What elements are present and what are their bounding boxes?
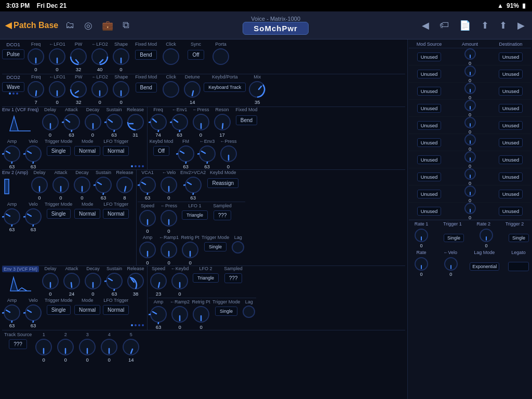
vcf-env1-knob[interactable]	[170, 112, 190, 132]
lfo2-keybd-knob[interactable]	[170, 271, 190, 291]
env3-velo-knob[interactable]	[23, 303, 43, 323]
rp-source-4[interactable]: Unused	[411, 122, 447, 128]
rp-amount-knob-9[interactable]	[463, 202, 477, 215]
rp-amount-knob-5[interactable]	[463, 133, 477, 147]
dco2-shape-knob[interactable]	[111, 79, 131, 99]
vca-vca1-knob[interactable]	[138, 175, 157, 195]
env3-release-knob[interactable]	[126, 271, 145, 291]
dco1-lfo1-knob[interactable]	[47, 47, 67, 66]
rp-dest-7[interactable]: Unused	[493, 174, 529, 180]
lfo2-sampled-value[interactable]: ???	[224, 273, 243, 283]
env2-lfotrigger-value[interactable]: Normal	[103, 209, 129, 219]
env3-amp-knob[interactable]	[2, 303, 22, 323]
patch-name[interactable]: SoMchPwr	[243, 22, 309, 35]
vca-keybdmode-value[interactable]: Reassign	[207, 178, 238, 188]
vcf-press2-knob[interactable]	[219, 144, 238, 164]
env1-triggermode-value[interactable]: Single	[47, 146, 71, 156]
rp-dest-0[interactable]: Unused	[493, 54, 529, 60]
env1-sustain-knob[interactable]	[104, 112, 124, 132]
rp-trigger1-value[interactable]: Single	[444, 234, 464, 242]
env3-lfotrigger-value[interactable]: Normal	[103, 305, 129, 315]
back-button[interactable]: ◀ Patch Base	[5, 20, 58, 30]
briefcase-icon[interactable]: 💼	[100, 19, 115, 32]
dco1-fixedmod-value[interactable]: Bend	[135, 50, 156, 60]
rp-dest-8[interactable]: Unused	[493, 191, 529, 197]
rp-velo-knob[interactable]	[443, 256, 459, 272]
env2-decay-knob[interactable]	[72, 175, 92, 195]
dco2-detune-knob[interactable]	[182, 79, 202, 99]
rp-source-6[interactable]: Unused	[411, 156, 447, 163]
rp-amount-knob-4[interactable]	[463, 116, 477, 129]
dco1-lfo2-knob[interactable]	[90, 47, 110, 66]
env1-delay-knob[interactable]	[41, 112, 60, 132]
dco1-sync-value[interactable]: Off	[188, 50, 204, 60]
env2-attack-knob[interactable]	[51, 175, 71, 195]
rp-dest-5[interactable]: Unused	[493, 139, 529, 145]
next-button[interactable]: ▶	[515, 19, 527, 32]
rp-amount-knob-6[interactable]	[463, 150, 477, 164]
rp-amount-knob-0[interactable]	[463, 47, 477, 61]
face-icon[interactable]: ◎	[82, 19, 95, 32]
rp-amount-knob-8[interactable]	[463, 184, 477, 198]
env3-attack-knob[interactable]	[62, 271, 82, 291]
env2-triggermode-value[interactable]: Single	[47, 209, 71, 219]
env1-decay-knob[interactable]	[83, 112, 103, 132]
env3-triggermode-value[interactable]: Single	[47, 305, 71, 315]
track-p1-knob[interactable]	[34, 337, 54, 357]
track-p4-knob[interactable]	[99, 337, 119, 357]
lfo1-triggermode-value[interactable]: Single	[204, 242, 227, 251]
dco2-click-knob[interactable]	[161, 79, 181, 99]
lfo2-retrigpt-knob[interactable]	[191, 304, 211, 324]
label-icon[interactable]: 🏷	[437, 19, 451, 32]
env2-release-knob[interactable]	[115, 175, 135, 195]
dco1-pw-knob[interactable]	[69, 47, 88, 66]
rp-source-7[interactable]: Unused	[411, 174, 447, 180]
vcf-env3-knob[interactable]	[197, 144, 217, 164]
rp-source-1[interactable]: Unused	[411, 71, 447, 77]
rp-dest-2[interactable]: Unused	[493, 88, 529, 94]
lfo2-wave-value[interactable]: Triangle	[193, 273, 219, 283]
lfo2-amp-knob[interactable]	[149, 304, 168, 324]
vcf-fixedmod-value[interactable]: Bend	[236, 115, 257, 125]
dco2-fixedmod-value[interactable]: Bend	[136, 83, 157, 92]
env1-lfotrigger-value[interactable]: Normal	[103, 146, 129, 156]
env2-mode-value[interactable]: Normal	[74, 209, 100, 219]
dco1-click-knob[interactable]	[161, 47, 181, 66]
rp-amount-knob-7[interactable]	[463, 167, 477, 181]
vca-velo-knob[interactable]	[159, 175, 179, 195]
lfo1-ramp1-knob[interactable]	[159, 240, 179, 260]
lfo2-triggermode-value[interactable]: Single	[215, 307, 237, 316]
vcf-keybdmod-value[interactable]: Off	[153, 146, 169, 156]
rp-dest-9[interactable]: Unused	[493, 208, 529, 214]
lfo1-sampled-value[interactable]: ???	[214, 210, 232, 220]
lfo1-lag-knob[interactable]	[231, 240, 245, 255]
track-p3-knob[interactable]	[77, 337, 97, 357]
env3-delay-knob[interactable]	[41, 271, 60, 291]
rp-source-0[interactable]: Unused	[411, 54, 447, 60]
env2-delay-knob[interactable]	[30, 175, 49, 195]
dco2-lfo2-knob[interactable]	[90, 79, 110, 99]
env3-sustain-knob[interactable]	[104, 271, 124, 291]
track-p2-knob[interactable]	[56, 337, 75, 357]
rp-dest-6[interactable]: Unused	[493, 156, 529, 163]
lfo1-wave-value[interactable]: Triangle	[182, 210, 208, 220]
vcf-freq-knob[interactable]	[149, 112, 168, 132]
share-icon[interactable]: ⬆	[479, 19, 491, 32]
env1-amp-knob[interactable]	[2, 144, 22, 164]
lfo1-amp-knob[interactable]	[138, 240, 157, 260]
copy-icon[interactable]: ⧉	[121, 19, 131, 32]
lfo2-lag-knob[interactable]	[242, 304, 256, 319]
dco2-freq-knob[interactable]	[26, 79, 46, 99]
lfo1-speed-knob[interactable]	[138, 208, 157, 228]
prev-button[interactable]: ◀	[420, 19, 431, 32]
dco2-type[interactable]: Wave	[2, 82, 24, 92]
lfo2-speed-knob[interactable]	[149, 271, 168, 291]
env1-mode-value[interactable]: Normal	[74, 146, 100, 156]
rp-dest-4[interactable]: Unused	[493, 122, 529, 128]
env3-decay-knob[interactable]	[83, 271, 103, 291]
env2-amp-knob[interactable]	[2, 207, 22, 227]
lfo1-press-knob[interactable]	[159, 208, 179, 228]
rp-source-9[interactable]: Unused	[411, 208, 447, 214]
rp-rate-knob[interactable]	[414, 256, 429, 272]
dco2-keybdporta-value[interactable]: Keyboard Track	[204, 83, 246, 92]
